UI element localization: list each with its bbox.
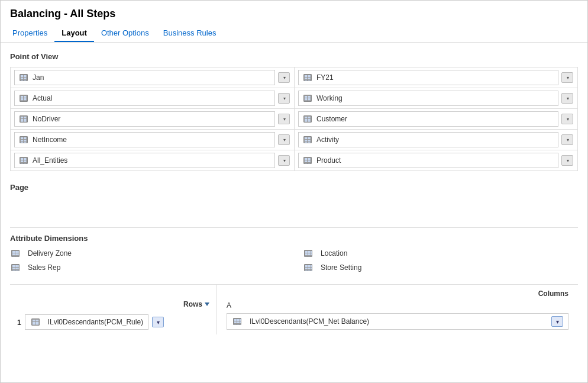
pov-label-jan[interactable]: Jan <box>14 70 275 85</box>
pov-title: Point of View <box>10 52 578 61</box>
pov-text-nodriver: NoDriver <box>33 115 271 123</box>
divider-1 <box>10 227 578 228</box>
grid-icon-sales-rep <box>10 263 21 272</box>
pov-cell-netincome: NetIncome <box>11 130 294 150</box>
pov-text-product: Product <box>316 156 554 165</box>
grid-icon-allentities <box>18 156 29 165</box>
page-section-content <box>10 198 578 215</box>
pov-cell-allentities: All_Entities <box>11 150 294 170</box>
page-container: Balancing - All Steps Properties Layout … <box>0 0 588 383</box>
grid-icon-product <box>302 156 313 165</box>
grid-icon-working <box>302 94 313 103</box>
pov-label-netincome[interactable]: NetIncome <box>14 132 275 147</box>
grid-icon-delivery-zone <box>10 249 21 258</box>
pov-btn-activity[interactable] <box>561 133 574 146</box>
pov-text-actual: Actual <box>33 94 271 102</box>
grid-icon-col-item <box>232 317 243 326</box>
pov-cell-fy21: FY21 <box>294 67 577 88</box>
grid-icon-activity <box>302 135 313 144</box>
pov-label-customer[interactable]: Customer <box>298 111 558 127</box>
pov-label-product[interactable]: Product <box>298 153 558 168</box>
pov-label-fy21[interactable]: FY21 <box>298 70 558 85</box>
page-section: Page <box>10 183 578 215</box>
pov-btn-netincome[interactable] <box>277 133 290 146</box>
pov-text-jan: Jan <box>33 73 271 82</box>
attr-grid: Delivery Zone Location Sales Rep Store S… <box>10 249 578 272</box>
pov-label-nodriver[interactable]: NoDriver <box>14 111 275 127</box>
attr-sales-rep: Sales Rep <box>10 263 285 272</box>
row-dropdown-btn[interactable]: ▾ <box>152 317 164 327</box>
pov-label-actual[interactable]: Actual <box>14 91 275 106</box>
pov-cell-actual: Actual <box>11 88 294 109</box>
attr-text-delivery-zone: Delivery Zone <box>28 249 72 258</box>
attr-store-setting: Store Setting <box>303 263 578 272</box>
row-entry: ILvl0Descendants(PCM_Rule) <box>25 314 148 330</box>
col-item-text: ILvl0Descendants(PCM_Net Balance) <box>250 317 548 326</box>
grid-icon-customer <box>302 114 313 124</box>
pov-text-netincome: NetIncome <box>33 136 271 144</box>
content-area: Point of View Jan <box>1 43 587 344</box>
pov-label-working[interactable]: Working <box>298 91 558 106</box>
pov-section: Point of View Jan <box>10 52 578 171</box>
row-number: 1 <box>17 317 21 327</box>
tab-layout[interactable]: Layout <box>54 25 94 42</box>
grid-icon-location <box>303 249 314 258</box>
attr-title: Attribute Dimensions <box>10 234 578 243</box>
pov-btn-nodriver[interactable] <box>277 112 290 125</box>
row-entry-row: 1 ILvl0Descendants(PCM_Rule) ▾ <box>17 314 209 330</box>
pov-cell-product: Product <box>294 150 577 170</box>
page-section-title: Page <box>10 183 578 192</box>
rows-dropdown-icon[interactable] <box>205 302 209 306</box>
rows-label-container: Rows <box>17 300 209 308</box>
pov-btn-customer[interactable] <box>561 112 574 125</box>
col-entry: ILvl0Descendants(PCM_Net Balance) ▾ <box>227 313 568 330</box>
grid-icon-jan <box>18 73 29 82</box>
layout-bottom: Rows 1 ILvl0Descendants(PCM_Rule) ▾ Colu… <box>10 284 578 334</box>
rows-area: Rows 1 ILvl0Descendants(PCM_Rule) ▾ <box>10 285 217 334</box>
grid-icon-netincome <box>18 135 29 144</box>
pov-btn-allentities[interactable] <box>277 154 290 167</box>
pov-text-activity: Activity <box>316 136 554 144</box>
pov-text-working: Working <box>316 94 554 102</box>
attr-location: Location <box>303 249 578 258</box>
pov-text-allentities: All_Entities <box>33 156 271 165</box>
pov-cell-jan: Jan <box>11 67 294 88</box>
tab-properties[interactable]: Properties <box>10 25 54 42</box>
pov-cell-activity: Activity <box>294 130 577 150</box>
tab-other-options[interactable]: Other Options <box>94 25 156 42</box>
rows-label: Rows <box>183 300 202 308</box>
row-item-text: ILvl0Descendants(PCM_Rule) <box>48 318 143 326</box>
pov-btn-product[interactable] <box>561 154 574 167</box>
pov-label-activity[interactable]: Activity <box>298 132 558 147</box>
attr-text-location: Location <box>321 249 347 258</box>
page-title: Balancing - All Steps <box>10 8 578 20</box>
pov-btn-actual[interactable] <box>277 92 290 105</box>
tab-bar: Properties Layout Other Options Business… <box>10 25 578 42</box>
pov-btn-fy21[interactable] <box>561 71 574 84</box>
pov-text-fy21: FY21 <box>316 73 554 82</box>
pov-grid: Jan FY21 <box>10 67 578 171</box>
grid-icon-store-setting <box>303 263 314 272</box>
attr-delivery-zone: Delivery Zone <box>10 249 285 258</box>
pov-label-allentities[interactable]: All_Entities <box>14 153 275 168</box>
grid-icon-nodriver <box>18 114 29 124</box>
column-header-label: A <box>222 300 573 311</box>
attr-section: Attribute Dimensions Delivery Zone Locat… <box>10 234 578 272</box>
columns-area: Columns A ILvl0Descendants(PCM_Net Balan… <box>217 285 578 334</box>
pov-cell-nodriver: NoDriver <box>11 109 294 130</box>
pov-text-customer: Customer <box>316 115 554 123</box>
grid-icon-actual <box>18 94 29 103</box>
pov-cell-customer: Customer <box>294 109 577 130</box>
pov-btn-working[interactable] <box>561 92 574 105</box>
grid-icon-fy21 <box>302 73 313 82</box>
pov-btn-jan[interactable] <box>277 71 290 84</box>
pov-cell-working: Working <box>294 88 577 109</box>
col-dropdown-btn[interactable]: ▾ <box>551 316 563 327</box>
page-header: Balancing - All Steps Properties Layout … <box>1 1 587 43</box>
attr-text-store-setting: Store Setting <box>321 263 361 272</box>
columns-header: Columns <box>222 287 573 300</box>
attr-text-sales-rep: Sales Rep <box>28 263 60 272</box>
grid-icon-row-item <box>30 317 41 327</box>
tab-business-rules[interactable]: Business Rules <box>156 25 224 42</box>
